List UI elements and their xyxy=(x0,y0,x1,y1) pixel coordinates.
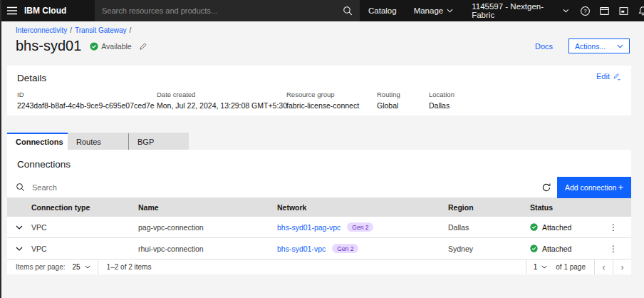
network-cell: bhs-syd01-vpc Gen 2 xyxy=(277,244,448,253)
region-cell: Dallas xyxy=(448,223,530,232)
chevron-down-icon xyxy=(541,265,547,269)
previous-page-icon[interactable]: ‹ xyxy=(594,260,613,274)
chevron-down-icon xyxy=(617,44,623,48)
chevron-down-icon xyxy=(447,9,453,13)
overflow-menu-icon[interactable]: ⋮ xyxy=(603,238,624,259)
manage-menu[interactable]: Manage xyxy=(405,0,462,21)
table-search-input[interactable] xyxy=(32,183,527,192)
name-cell: rhui-vpc-connection xyxy=(138,245,277,253)
network-link[interactable]: bhs-syd01-pag-vpc xyxy=(277,223,341,232)
table-row: VPC rhui-vpc-connection bhs-syd01-vpc Ge… xyxy=(7,238,631,260)
top-header: IBM Cloud Catalog Manage 1145597 - Nextg… xyxy=(0,0,644,21)
rename-edit-icon[interactable] xyxy=(139,42,147,51)
name-cell: pag-vpc-connection xyxy=(138,223,277,232)
page-number-select[interactable]: 1 xyxy=(526,260,555,274)
chevron-down-icon xyxy=(563,9,569,13)
connection-type-cell: VPC xyxy=(31,223,138,232)
header-utility-icons: ? xyxy=(576,0,644,21)
window-icon[interactable] xyxy=(595,0,614,21)
connections-panel: Connections Add connection + Connection … xyxy=(7,150,631,274)
pagination-bar: Items per page: 25 1–2 of 2 items 1 of 1… xyxy=(7,260,631,274)
col-region: Region xyxy=(448,203,530,212)
header-brand-area: IBM Cloud xyxy=(0,0,95,21)
global-search-input[interactable] xyxy=(102,6,338,15)
edit-pencil-icon xyxy=(613,73,621,81)
add-connection-button[interactable]: Add connection + xyxy=(557,177,631,198)
breadcrumb: Interconnectivity / Transit Gateway / xyxy=(16,26,630,34)
field-resource-group: Resource group fabric-license-connect xyxy=(286,91,377,110)
connection-type-cell: VPC xyxy=(31,245,138,253)
wallet-icon[interactable] xyxy=(614,0,633,21)
tab-connections[interactable]: Connections xyxy=(7,133,68,150)
breadcrumb-separator: / xyxy=(129,26,131,34)
notifications-icon[interactable] xyxy=(633,0,644,21)
breadcrumb-transit-gateway[interactable]: Transit Gateway xyxy=(75,26,126,34)
account-label: 1145597 - Nextgen-Fabric xyxy=(472,2,562,19)
hamburger-menu-icon[interactable] xyxy=(0,0,24,21)
status-cell: Attached xyxy=(530,223,603,232)
status-text: Available xyxy=(101,42,131,51)
region-cell: Sydney xyxy=(448,245,530,253)
status-badge: Available xyxy=(90,42,131,51)
overflow-menu-icon[interactable]: ⋮ xyxy=(603,217,624,237)
table-toolbar: Add connection + xyxy=(7,177,631,198)
account-selector[interactable]: 1145597 - Nextgen-Fabric xyxy=(462,0,576,21)
tab-bar: Connections Routes BGP xyxy=(7,133,631,150)
network-link[interactable]: bhs-syd01-vpc xyxy=(277,245,326,253)
col-network: Network xyxy=(277,203,448,212)
col-status: Status xyxy=(530,203,603,212)
search-icon xyxy=(16,183,25,192)
ibm-cloud-logo[interactable]: IBM Cloud xyxy=(24,6,66,16)
checkmark-filled-icon xyxy=(90,42,98,51)
col-connection-type: Connection type xyxy=(31,203,138,212)
help-icon[interactable]: ? xyxy=(576,0,595,21)
col-name: Name xyxy=(138,203,277,212)
items-range-text: 1–2 of 2 items xyxy=(98,263,152,271)
page-count-text: of 1 page xyxy=(554,263,594,271)
pagination-controls: 1 of 1 page ‹ › xyxy=(526,260,631,274)
catalog-link[interactable]: Catalog xyxy=(360,0,405,21)
breadcrumb-interconnectivity[interactable]: Interconnectivity xyxy=(16,26,67,34)
row-expand-chevron-icon[interactable] xyxy=(7,217,31,237)
field-date-created: Date created Mon, Jul 22, 2024, 13:29:08… xyxy=(157,91,286,110)
network-cell: bhs-syd01-pag-vpc Gen 2 xyxy=(277,222,448,232)
tab-bgp[interactable]: BGP xyxy=(128,133,189,150)
edit-details-button[interactable]: Edit xyxy=(596,72,621,81)
next-page-icon[interactable]: › xyxy=(613,260,631,274)
field-routing: Routing Global xyxy=(377,91,429,110)
global-search xyxy=(95,0,360,21)
docs-link[interactable]: Docs xyxy=(535,42,553,51)
details-card: Details Edit ID 2243daf8-b8af-4c4b-9ce9-… xyxy=(7,66,631,115)
gen2-badge: Gen 2 xyxy=(332,244,358,253)
tab-routes[interactable]: Routes xyxy=(68,133,128,150)
row-expand-chevron-icon[interactable] xyxy=(7,238,31,259)
page-title: bhs-syd01 xyxy=(16,38,81,54)
window-left-edge xyxy=(0,0,1,298)
breadcrumb-separator: / xyxy=(70,26,72,34)
connections-heading: Connections xyxy=(7,150,631,177)
plus-icon: + xyxy=(618,183,623,192)
svg-text:?: ? xyxy=(583,8,587,14)
items-per-page-select[interactable]: 25 xyxy=(65,260,97,274)
actions-dropdown[interactable]: Actions... xyxy=(568,38,630,53)
table-search xyxy=(7,177,536,197)
header-nav: Catalog Manage 1145597 - Nextgen-Fabric … xyxy=(360,0,644,21)
items-per-page-label: Items per page: xyxy=(7,263,65,271)
refresh-icon[interactable] xyxy=(536,177,557,198)
gen2-badge: Gen 2 xyxy=(347,222,373,232)
field-location: Location Dallas xyxy=(429,91,455,110)
search-icon[interactable] xyxy=(343,6,353,16)
page-header: Interconnectivity / Transit Gateway / bh… xyxy=(0,21,644,66)
chevron-down-icon xyxy=(85,265,90,269)
details-heading: Details xyxy=(17,73,621,83)
checkmark-filled-icon xyxy=(530,223,538,231)
checkmark-filled-icon xyxy=(530,245,538,252)
details-fields: ID 2243daf8-b8af-4c4b-9ce9-c695e07ced7e … xyxy=(17,91,621,110)
table-row: VPC pag-vpc-connection bhs-syd01-pag-vpc… xyxy=(7,217,631,238)
status-cell: Attached xyxy=(530,245,603,253)
field-id: ID 2243daf8-b8af-4c4b-9ce9-c695e07ced7e xyxy=(17,91,157,110)
table-header-row: Connection type Name Network Region Stat… xyxy=(7,198,631,217)
